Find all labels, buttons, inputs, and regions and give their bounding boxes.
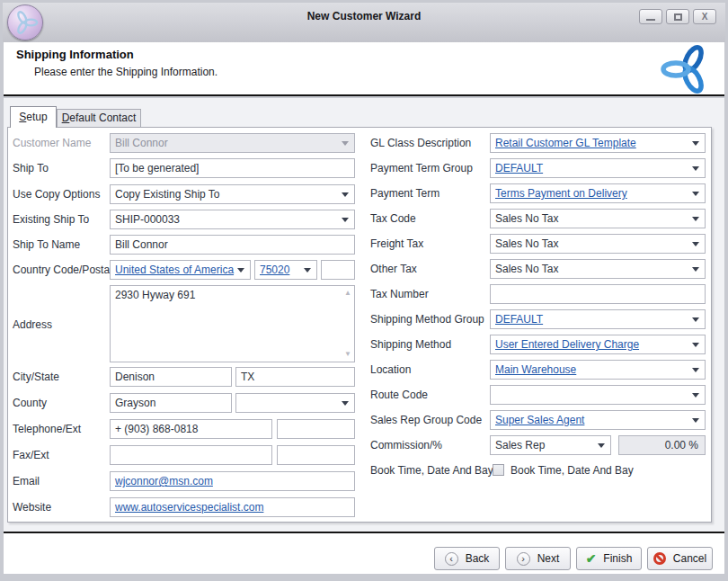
county-input[interactable]: Grayson bbox=[110, 393, 232, 413]
tax-number-input[interactable] bbox=[490, 284, 706, 304]
chevron-down-icon bbox=[692, 267, 699, 272]
tab-setup[interactable]: Setup bbox=[10, 106, 57, 128]
chevron-down-icon bbox=[692, 242, 699, 246]
ship-to-label: Ship To bbox=[13, 158, 49, 178]
telephone-ext-label: Telephone/Ext bbox=[13, 419, 81, 439]
book-time-checkbox[interactable] bbox=[493, 464, 504, 476]
chevron-down-icon bbox=[237, 268, 244, 273]
postal-extra-input[interactable] bbox=[321, 260, 355, 280]
address-textarea[interactable]: 2930 Hyway 691 ▲ ▼ bbox=[110, 285, 355, 362]
tax-code-combo[interactable]: Sales No Tax bbox=[490, 209, 706, 228]
gl-class-description-combo[interactable]: Retail Customer GL Template bbox=[490, 133, 706, 153]
maximize-button[interactable] bbox=[666, 9, 689, 24]
location-combo[interactable]: Main Warehouse bbox=[490, 360, 706, 380]
ship-to-input[interactable]: [To be generated] bbox=[110, 158, 355, 178]
customer-name-label: Customer Name bbox=[13, 133, 91, 153]
checkmark-icon: ✔ bbox=[586, 552, 597, 565]
finish-button[interactable]: ✔ Finish bbox=[576, 547, 642, 570]
payment-term-label: Payment Term bbox=[370, 183, 439, 203]
trefoil-icon bbox=[11, 8, 40, 37]
page-title: Shipping Information bbox=[16, 48, 134, 61]
chevron-down-icon bbox=[692, 317, 699, 322]
shipping-method-combo[interactable]: User Entered Delivery Charge bbox=[490, 335, 706, 354]
chevron-down-icon bbox=[692, 217, 699, 221]
postal-code-combo[interactable]: 75020 bbox=[254, 260, 317, 280]
app-logo-icon bbox=[7, 4, 43, 40]
location-label: Location bbox=[370, 360, 411, 380]
country-code-postal-label: Country Code/Postal bbox=[13, 260, 112, 280]
chevron-down-icon bbox=[342, 141, 349, 146]
fax-ext-input[interactable] bbox=[277, 445, 355, 465]
page-subtitle: Please enter the Shipping Information. bbox=[34, 66, 218, 78]
minimize-icon bbox=[646, 19, 655, 21]
chevron-down-icon bbox=[304, 268, 311, 273]
minimize-button[interactable] bbox=[639, 9, 662, 24]
shipping-method-label: Shipping Method bbox=[370, 335, 451, 354]
payment-term-combo[interactable]: Terms Payment on Delivery bbox=[490, 183, 706, 203]
telephone-ext-input[interactable] bbox=[277, 419, 355, 439]
county-label: County bbox=[13, 393, 47, 413]
close-icon: X bbox=[702, 13, 708, 22]
back-button[interactable]: ‹ Back bbox=[434, 547, 500, 570]
commission-percent-input: 0.00 % bbox=[618, 435, 706, 455]
county-combo[interactable] bbox=[235, 393, 355, 413]
tab-default-contact[interactable]: Default Contact bbox=[57, 109, 141, 127]
route-code-label: Route Code bbox=[370, 385, 428, 405]
address-label: Address bbox=[13, 315, 52, 335]
shipping-method-group-label: Shipping Method Group bbox=[370, 309, 484, 329]
ship-to-name-input[interactable]: Bill Connor bbox=[110, 235, 355, 255]
company-logo-icon bbox=[658, 43, 717, 95]
chevron-down-icon bbox=[692, 368, 699, 372]
cancel-button[interactable]: Cancel bbox=[647, 547, 713, 570]
chevron-down-icon bbox=[598, 443, 605, 448]
commission-label: Commission/% bbox=[370, 435, 442, 455]
customer-name-combo: Bill Connor bbox=[110, 133, 355, 153]
existing-ship-to-label: Existing Ship To bbox=[13, 210, 89, 229]
telephone-input[interactable]: + (903) 868-0818 bbox=[110, 419, 272, 439]
website-input[interactable]: www.autoservicespecialist.com bbox=[110, 497, 355, 517]
city-state-label: City/State bbox=[13, 367, 59, 387]
next-arrow-icon: › bbox=[517, 552, 530, 566]
payment-term-group-label: Payment Term Group bbox=[370, 158, 473, 178]
other-tax-label: Other Tax bbox=[370, 259, 417, 279]
use-copy-options-combo[interactable]: Copy Existing Ship To bbox=[110, 184, 355, 204]
next-button[interactable]: › Next bbox=[505, 547, 571, 570]
state-input[interactable]: TX bbox=[235, 367, 355, 387]
use-copy-options-label: Use Copy Options bbox=[13, 184, 100, 204]
commission-type-combo[interactable]: Sales Rep bbox=[490, 435, 611, 455]
scroll-up-icon[interactable]: ▲ bbox=[344, 290, 351, 297]
back-arrow-icon: ‹ bbox=[445, 552, 458, 566]
website-label: Website bbox=[13, 497, 51, 517]
chevron-down-icon bbox=[692, 192, 699, 196]
sales-rep-group-code-combo[interactable]: Super Sales Agent bbox=[490, 410, 706, 430]
wizard-header: Shipping Information Please enter the Sh… bbox=[4, 42, 724, 96]
other-tax-combo[interactable]: Sales No Tax bbox=[490, 259, 706, 279]
chevron-down-icon bbox=[692, 166, 699, 171]
chevron-down-icon bbox=[342, 218, 349, 222]
chevron-down-icon bbox=[342, 401, 349, 406]
payment-term-group-combo[interactable]: DEFAULT bbox=[490, 158, 706, 178]
existing-ship-to-combo[interactable]: SHIP-000033 bbox=[110, 210, 355, 229]
freight-tax-combo[interactable]: Sales No Tax bbox=[490, 234, 706, 254]
country-combo[interactable]: United States of America bbox=[110, 260, 251, 280]
chevron-down-icon bbox=[692, 418, 699, 423]
shipping-method-group-combo[interactable]: DEFAULT bbox=[490, 309, 706, 329]
close-button[interactable]: X bbox=[693, 9, 716, 24]
window-title: New Customer Wizard bbox=[3, 10, 725, 22]
fax-ext-label: Fax/Ext bbox=[13, 445, 49, 465]
city-input[interactable]: Denison bbox=[110, 367, 232, 387]
gl-class-description-label: GL Class Description bbox=[370, 133, 471, 153]
tax-code-label: Tax Code bbox=[370, 209, 416, 228]
ship-to-name-label: Ship To Name bbox=[13, 235, 80, 255]
cancel-icon bbox=[653, 552, 666, 565]
fax-input[interactable] bbox=[110, 445, 272, 465]
title-bar: New Customer Wizard X bbox=[3, 3, 725, 42]
chevron-down-icon bbox=[342, 192, 349, 197]
scroll-down-icon[interactable]: ▼ bbox=[344, 351, 351, 358]
freight-tax-label: Freight Tax bbox=[370, 234, 423, 254]
book-time-label: Book Time, Date And Bay bbox=[370, 460, 493, 480]
chevron-down-icon bbox=[692, 393, 699, 398]
route-code-combo[interactable] bbox=[490, 385, 706, 405]
email-input[interactable]: wjconnor@msn.com bbox=[110, 471, 355, 491]
maximize-icon bbox=[674, 13, 682, 21]
